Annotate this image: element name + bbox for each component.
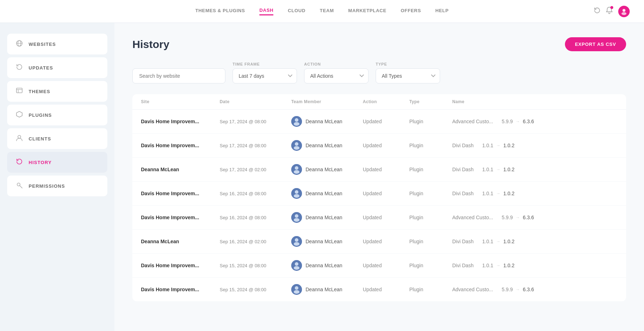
nav-help[interactable]: HELP	[435, 8, 449, 15]
sidebar-label-clients: CLIENTS	[29, 136, 51, 141]
col-header-member: Team Member	[291, 99, 363, 104]
timeframe-select[interactable]: Last 7 days Last 30 days Last 90 days	[233, 68, 297, 83]
table-row: Deanna McLean Sep 17, 2024 @ 02:00 Deann…	[132, 158, 626, 182]
plugin-name: Advanced Custo...	[452, 287, 493, 292]
cell-type: Plugin	[409, 191, 452, 196]
sidebar-label-themes: THEMES	[29, 89, 50, 94]
col-header-action: Action	[363, 99, 409, 104]
cell-site: Davis Home Improvem...	[141, 119, 220, 124]
svg-point-14	[295, 142, 298, 146]
sidebar-label-websites: WEBSITES	[29, 42, 56, 47]
nav-team[interactable]: TEAM	[320, 8, 334, 15]
refresh-icon[interactable]	[594, 7, 600, 15]
svg-point-12	[294, 122, 299, 126]
col-header-site: Site	[141, 99, 220, 104]
cell-type: Plugin	[409, 167, 452, 172]
nav-items: THEMES & PLUGINS DASH CLOUD TEAM MARKETP…	[195, 8, 449, 15]
svg-point-33	[294, 290, 299, 294]
version-from: 1.0.1	[482, 167, 493, 172]
svg-point-17	[295, 166, 298, 170]
version-arrow: →	[516, 119, 520, 124]
table-row: Davis Home Improvem... Sep 15, 2024 @ 08…	[132, 278, 626, 301]
version-from: 5.9.9	[502, 215, 513, 220]
sidebar-label-history: HISTORY	[29, 160, 52, 165]
cell-date: Sep 17, 2024 @ 08:00	[220, 143, 291, 148]
cell-member: Deanna McLean	[291, 212, 363, 223]
member-avatar	[291, 164, 302, 175]
nav-offers[interactable]: OFFERS	[401, 8, 421, 15]
cell-name-version: Advanced Custo... 5.9.9 → 6.3.6	[452, 215, 618, 220]
svg-point-11	[295, 118, 298, 122]
nav-themes-plugins[interactable]: THEMES & PLUGINS	[195, 8, 245, 15]
version-arrow: →	[496, 263, 501, 268]
cell-action: Updated	[363, 287, 409, 292]
version-to: 1.0.2	[503, 167, 514, 172]
svg-point-29	[295, 262, 298, 266]
version-to: 1.0.2	[503, 191, 514, 196]
sidebar-item-websites[interactable]: WEBSITES	[7, 34, 107, 54]
cell-date: Sep 16, 2024 @ 08:00	[220, 215, 291, 220]
cell-site: Davis Home Improvem...	[141, 215, 220, 220]
updates-icon	[16, 64, 23, 72]
layout: WEBSITES UPDATES THEMES	[0, 23, 644, 331]
cell-action: Updated	[363, 191, 409, 196]
cell-date: Sep 17, 2024 @ 08:00	[220, 119, 291, 124]
col-header-type: Type	[409, 99, 452, 104]
cell-site: Deanna McLean	[141, 167, 220, 172]
table-row: Davis Home Improvem... Sep 15, 2024 @ 08…	[132, 254, 626, 278]
cell-date: Sep 15, 2024 @ 08:00	[220, 263, 291, 268]
plugin-name: Divi Dash	[452, 239, 474, 244]
sidebar-item-updates[interactable]: UPDATES	[7, 57, 107, 78]
version-arrow: →	[496, 239, 501, 244]
export-csv-button[interactable]: EXPORT AS CSV	[565, 37, 626, 51]
search-input[interactable]	[132, 68, 225, 83]
table-row: Deanna McLean Sep 16, 2024 @ 02:00 Deann…	[132, 230, 626, 254]
sidebar-label-plugins: PLUGINS	[29, 112, 52, 118]
svg-point-24	[294, 218, 299, 222]
cell-type: Plugin	[409, 239, 452, 244]
version-from: 1.0.1	[482, 239, 493, 244]
cell-name-version: Divi Dash 1.0.1 → 1.0.2	[452, 143, 618, 148]
notifications-icon[interactable]	[606, 7, 613, 16]
sidebar-label-updates: UPDATES	[29, 65, 53, 71]
search-group	[132, 68, 225, 83]
plugin-name: Divi Dash	[452, 263, 474, 268]
sidebar-item-clients[interactable]: CLIENTS	[7, 128, 107, 149]
nav-cloud[interactable]: CLOUD	[288, 8, 305, 15]
table-row: Davis Home Improvem... Sep 16, 2024 @ 08…	[132, 182, 626, 206]
notification-dot	[610, 6, 613, 9]
svg-point-27	[294, 242, 299, 246]
cell-action: Updated	[363, 263, 409, 268]
cell-action: Updated	[363, 167, 409, 172]
sidebar-item-themes[interactable]: THEMES	[7, 81, 107, 102]
sidebar-item-history[interactable]: → HISTORY	[7, 152, 107, 173]
svg-point-20	[295, 190, 298, 194]
member-avatar	[291, 212, 302, 223]
member-avatar	[291, 188, 302, 199]
nav-marketplace[interactable]: MARKETPLACE	[348, 8, 386, 15]
cell-type: Plugin	[409, 143, 452, 148]
action-group: ACTION All Actions Updated Installed	[304, 62, 369, 83]
cell-name-version: Divi Dash 1.0.1 → 1.0.2	[452, 263, 618, 268]
table-row: Davis Home Improvem... Sep 17, 2024 @ 08…	[132, 134, 626, 158]
version-from: 5.9.9	[502, 119, 513, 124]
sidebar-label-permissions: PERMISSIONS	[29, 183, 65, 189]
cell-member: Deanna McLean	[291, 140, 363, 151]
action-select[interactable]: All Actions Updated Installed	[304, 68, 369, 83]
avatar[interactable]	[618, 6, 630, 17]
main-content: History EXPORT AS CSV TIME FRAME Last 7 …	[114, 23, 644, 331]
cell-site: Davis Home Improvem...	[141, 191, 220, 196]
cell-name-version: Divi Dash 1.0.1 → 1.0.2	[452, 167, 618, 172]
table-body: Davis Home Improvem... Sep 17, 2024 @ 08…	[132, 110, 626, 301]
cell-type: Plugin	[409, 263, 452, 268]
col-header-name: Name	[452, 99, 618, 104]
nav-dash[interactable]: DASH	[259, 8, 273, 15]
member-avatar	[291, 284, 302, 295]
cell-date: Sep 17, 2024 @ 02:00	[220, 167, 291, 172]
version-arrow: →	[496, 143, 501, 148]
history-table: Site Date Team Member Action Type Name D…	[132, 94, 626, 301]
sidebar-item-plugins[interactable]: PLUGINS	[7, 105, 107, 125]
type-select[interactable]: All Types Plugin Theme	[376, 68, 440, 83]
member-avatar	[291, 236, 302, 247]
sidebar-item-permissions[interactable]: PERMISSIONS	[7, 176, 107, 196]
